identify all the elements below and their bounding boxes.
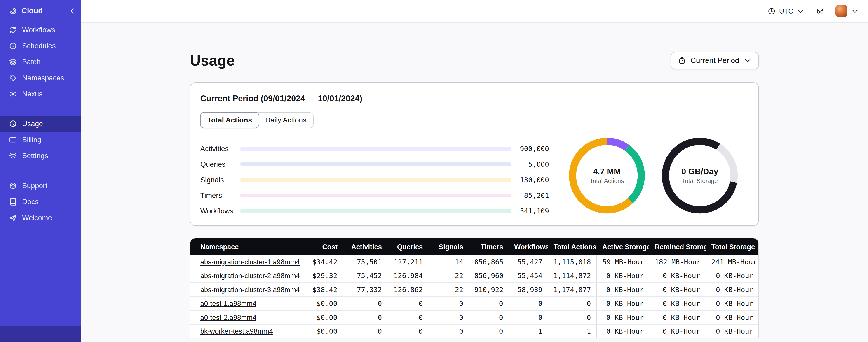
cell-retained-storage: 0 KB-Hour (649, 324, 706, 338)
bar-track (240, 209, 512, 213)
chevron-down-icon (744, 57, 752, 65)
bar-track (240, 194, 512, 197)
namespace-link[interactable]: abs-migration-cluster-1.a98mm4 (200, 258, 300, 266)
sidebar-item-schedules[interactable]: Schedules (0, 38, 81, 54)
sidebar-item-label: Namespaces (22, 74, 64, 82)
table-row: abs-migration-cluster-3.a98mm4$38.4277,3… (190, 283, 758, 297)
cell-total-actions: 1,174,077 (548, 283, 597, 297)
actions-tabs: Total ActionsDaily Actions (200, 112, 314, 128)
bar-value: 5,000 (516, 161, 549, 168)
cell-active-storage: 0 KB-Hour (597, 324, 649, 338)
cell-queries: 126,984 (388, 269, 428, 283)
sidebar-item-label: Schedules (22, 42, 56, 50)
table-row: abs-migration-cluster-2.a98mm4$29.3275,4… (190, 269, 758, 283)
table-row: abs-migration-cluster-1.a98mm4$34.4275,5… (190, 255, 758, 269)
namespace-link[interactable]: bk-worker-test.a98mm4 (200, 327, 273, 335)
sidebar: Cloud WorkflowsSchedulesBatchNamespacesN… (0, 0, 81, 342)
sidebar-divider (0, 171, 81, 171)
namespace-link[interactable]: abs-migration-cluster-3.a98mm4 (200, 286, 300, 294)
settings-icon (9, 151, 17, 160)
cell-total-actions: 1 (548, 324, 597, 338)
account-menu[interactable] (835, 5, 859, 17)
billing-icon (9, 136, 17, 144)
cell-queries: 0 (388, 324, 428, 338)
period-selector-button[interactable]: Current Period (671, 52, 759, 69)
cell-activities: 0 (343, 324, 388, 338)
sidebar-item-label: Billing (22, 136, 41, 144)
bar-row-signals: Signals130,000 (200, 176, 549, 184)
column-header-timers: Timers (469, 238, 508, 255)
bar-row-timers: Timers85,201 (200, 191, 549, 200)
namespace-link[interactable]: a0-test-2.a98mm4 (200, 314, 256, 321)
sidebar-footer (0, 326, 81, 342)
timezone-label: UTC (779, 7, 793, 15)
usage-summary-card: Current Period (09/01/2024 — 10/01/2024)… (190, 82, 759, 226)
sidebar-item-batch[interactable]: Batch (0, 54, 81, 70)
cell-retained-storage: 182 MB-Hour (649, 255, 706, 269)
page-title: Usage (190, 52, 235, 69)
cell-signals: 0 (428, 310, 469, 324)
cell-active-storage: 0 KB-Hour (597, 269, 649, 283)
sidebar-item-nexus[interactable]: Nexus (0, 86, 81, 102)
bar-value: 130,000 (516, 176, 549, 184)
sidebar-item-welcome[interactable]: Welcome (0, 210, 81, 226)
usage-charts: Activities900,000Queries5,000Signals130,… (200, 136, 749, 215)
tab-total-actions[interactable]: Total Actions (200, 112, 259, 128)
sidebar-item-label: Nexus (22, 90, 42, 98)
cell-timers: 0 (469, 324, 508, 338)
column-header-cost: Cost (307, 238, 343, 255)
sidebar-item-label: Workflows (22, 26, 55, 34)
app-window: Cloud WorkflowsSchedulesBatchNamespacesN… (0, 0, 868, 342)
sidebar-item-usage[interactable]: Usage (0, 116, 81, 132)
glasses-icon[interactable] (816, 7, 825, 15)
cell-workflows: 0 (508, 310, 548, 324)
namespace-cell: a0-test-1.a98mm4 (190, 297, 307, 311)
column-header-retained-storage: Retained Storage (649, 238, 706, 255)
sidebar-item-docs[interactable]: Docs (0, 194, 81, 210)
main-area: UTC Usage Current Period (81, 0, 868, 342)
cell-active-storage: 0 KB-Hour (597, 297, 649, 311)
column-header-namespace: Namespace (190, 238, 307, 255)
sidebar-item-label: Settings (22, 151, 48, 160)
sidebar-item-label: Docs (22, 198, 39, 206)
column-header-signals: Signals (428, 238, 469, 255)
bar-track (240, 178, 512, 182)
topbar: UTC (81, 0, 868, 23)
sidebar-item-billing[interactable]: Billing (0, 132, 81, 148)
cell-activities: 0 (343, 297, 388, 311)
brand-label: Cloud (22, 6, 43, 15)
sidebar-collapse-icon[interactable] (68, 7, 76, 15)
cell-signals: 0 (428, 297, 469, 311)
cell-timers: 856,865 (469, 255, 508, 269)
donut-label: Total Actions (590, 177, 624, 184)
bar-value: 541,109 (516, 207, 549, 215)
sidebar-item-support[interactable]: Support (0, 178, 81, 194)
period-selector-label: Current Period (691, 56, 739, 65)
cell-queries: 127,211 (388, 255, 428, 269)
bar-row-workflows: Workflows541,109 (200, 207, 549, 215)
brand: Cloud (0, 0, 81, 22)
welcome-icon (9, 214, 17, 222)
namespace-link[interactable]: a0-test-1.a98mm4 (200, 300, 256, 307)
cell-total-storage: 241 MB-Hour (706, 255, 759, 269)
namespace-cell: abs-migration-cluster-2.a98mm4 (190, 269, 307, 283)
sidebar-item-namespaces[interactable]: Namespaces (0, 70, 81, 86)
cell-retained-storage: 0 KB-Hour (649, 269, 706, 283)
chevron-down-icon (797, 7, 805, 15)
timezone-selector[interactable]: UTC (768, 7, 805, 15)
cell-timers: 910,922 (469, 283, 508, 297)
tab-daily-actions[interactable]: Daily Actions (259, 113, 313, 128)
avatar[interactable] (835, 5, 848, 17)
sidebar-nav-main: WorkflowsSchedulesBatchNamespacesNexus (0, 22, 81, 102)
namespace-cell: bk-worker-test.a98mm4 (190, 324, 307, 338)
bar-row-queries: Queries5,000 (200, 160, 549, 169)
cell-signals: 22 (428, 269, 469, 283)
namespace-link[interactable]: abs-migration-cluster-2.a98mm4 (200, 272, 300, 279)
cell-queries: 0 (388, 310, 428, 324)
namespace-cell: abs-migration-cluster-1.a98mm4 (190, 255, 307, 269)
sidebar-nav-account: UsageBillingSettings (0, 116, 81, 164)
cell-timers: 0 (469, 310, 508, 324)
sidebar-item-workflows[interactable]: Workflows (0, 22, 81, 38)
bar-label: Queries (200, 160, 236, 169)
sidebar-item-settings[interactable]: Settings (0, 148, 81, 164)
